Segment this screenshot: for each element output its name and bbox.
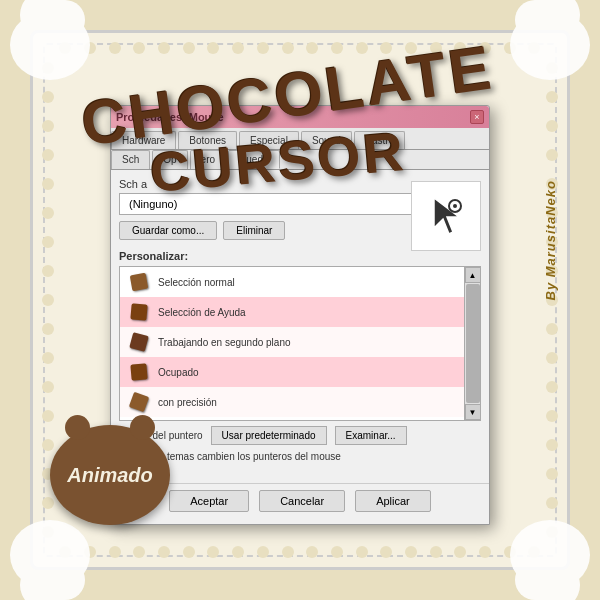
personalizar-label: Personalizar: xyxy=(119,250,481,262)
cloud-top-left xyxy=(10,10,90,80)
cloud-bottom-right xyxy=(510,520,590,590)
animado-label: Animado xyxy=(67,464,153,487)
author-text: By MarusitaNeko xyxy=(543,180,558,300)
list-item[interactable]: Ocupado xyxy=(120,357,480,387)
cursor-preview-icon xyxy=(429,196,464,236)
cloud-bottom-left xyxy=(10,520,90,590)
perf-bottom xyxy=(53,542,547,562)
bottom-row-2: e los temas cambien los punteros del mou… xyxy=(127,450,473,462)
svg-point-2 xyxy=(453,204,457,208)
eliminar-button[interactable]: Eliminar xyxy=(223,221,285,240)
examinar-button[interactable]: Examinar... xyxy=(335,426,407,445)
themes-label: e los temas cambien los punteros del mou… xyxy=(143,451,341,462)
scroll-down-arrow[interactable]: ▼ xyxy=(465,404,481,420)
cancelar-button[interactable]: Cancelar xyxy=(259,490,345,512)
cursor-icon-ayuda xyxy=(128,301,150,323)
cursor-preview xyxy=(411,181,481,251)
cursor-icon-precision xyxy=(128,391,150,413)
cloud-top-right xyxy=(510,10,590,80)
cursor-icon-trabajando xyxy=(128,331,150,353)
bottom-section: mbra del puntero Usar predeterminado Exa… xyxy=(119,421,481,475)
dialog-content: Sch a (Ninguno) Guardar como... Eliminar… xyxy=(111,170,489,483)
scroll-thumb[interactable] xyxy=(466,284,480,403)
list-item[interactable]: con precisión xyxy=(120,387,480,417)
cursor-list: Selección normal Selección de Ayuda Trab… xyxy=(119,266,481,421)
guardar-button[interactable]: Guardar como... xyxy=(119,221,217,240)
aceptar-button[interactable]: Aceptar xyxy=(169,490,249,512)
list-item[interactable]: Selección de Ayuda xyxy=(120,297,480,327)
aplicar-button[interactable]: Aplicar xyxy=(355,490,431,512)
bottom-row-1: mbra del puntero Usar predeterminado Exa… xyxy=(127,426,473,445)
animado-badge: Animado xyxy=(50,425,170,525)
scrollbar-vertical[interactable]: ▲ ▼ xyxy=(464,267,480,420)
cursor-icon-normal xyxy=(128,271,150,293)
list-item[interactable]: Selección normal xyxy=(120,267,480,297)
svg-marker-0 xyxy=(434,198,459,234)
list-item[interactable]: Trabajando en segundo plano xyxy=(120,327,480,357)
cursor-icon-ocupado xyxy=(128,361,150,383)
scroll-up-arrow[interactable]: ▲ xyxy=(465,267,481,283)
usar-predeterminado-button[interactable]: Usar predeterminado xyxy=(211,426,327,445)
dialog-close-button[interactable]: × xyxy=(470,110,484,124)
